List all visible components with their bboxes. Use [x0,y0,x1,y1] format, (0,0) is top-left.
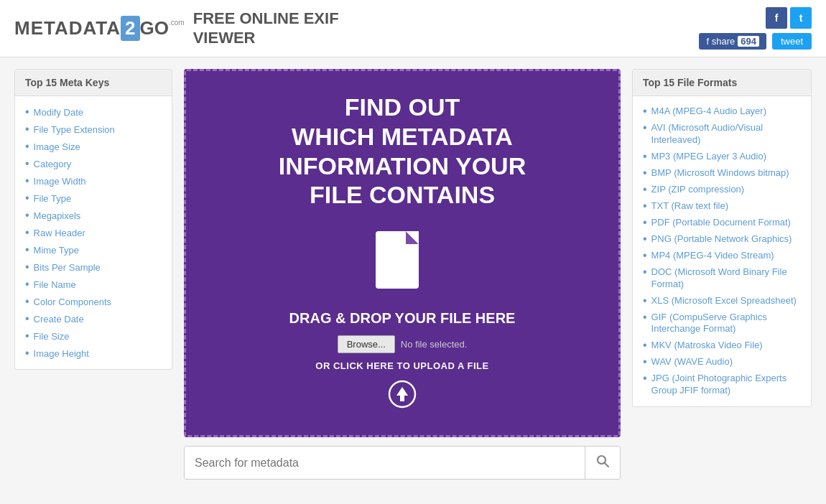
right-sidebar: Top 15 File Formats M4A (MPEG-4 Audio La… [632,69,812,480]
list-item: GIF (CompuServe Graphics Interchange For… [643,309,801,338]
format-link[interactable]: ZIP (ZIP compression) [651,184,745,196]
meta-key-link[interactable]: Mime Type [34,245,79,256]
list-item: Mime Type [25,241,162,258]
logo-area: METADATA 2 GO .com FREE ONLINE EXIF VIEW… [14,9,339,47]
facebook-share-count: 694 [738,36,759,47]
list-item: PDF (Portable Document Format) [643,215,801,231]
list-item: File Type Extension [25,121,162,138]
logo-2-box: 2 [121,16,139,41]
format-link[interactable]: M4A (MPEG-4 Audio Layer) [651,106,766,118]
meta-key-link[interactable]: File Type Extension [34,124,115,135]
drop-zone-title: FIND OUTWHICH METADATAINFORMATION YOURFI… [279,93,526,210]
file-icon [376,231,430,296]
list-item: Raw Header [25,224,162,241]
format-link[interactable]: MKV (Matroska Video File) [651,340,763,352]
list-item: XLS (Microsoft Excel Spreadsheet) [643,293,801,309]
browse-button[interactable]: Browse... [338,335,395,353]
facebook-share-button[interactable]: f share 694 [699,33,766,50]
logo-go-text: GO [140,17,169,39]
list-item: Image Size [25,138,162,155]
meta-key-link[interactable]: Modify Date [34,107,83,118]
list-item: Modify Date [25,103,162,121]
search-bar [184,446,621,480]
list-item: Color Components [25,293,162,310]
format-link[interactable]: WAV (WAVE Audio) [651,356,733,368]
format-link[interactable]: AVI (Microsoft Audio/Visual Interleaved) [651,122,801,146]
logo-dotcom-text: .com [169,19,185,27]
format-link[interactable]: PNG (Portable Network Graphics) [651,233,792,246]
meta-keys-title: Top 15 Meta Keys [15,70,172,96]
header-right: f t f share 694 tweet [699,7,812,50]
list-item: Create Date [25,310,162,327]
list-item: WAV (WAVE Audio) [643,354,801,370]
drag-drop-text: DRAG & DROP YOUR FILE HERE [289,310,516,327]
format-link[interactable]: GIF (CompuServe Graphics Interchange For… [651,312,801,336]
list-item: BMP (Microsoft Windows bitmap) [643,165,801,182]
meta-keys-box: Top 15 Meta Keys Modify DateFile Type Ex… [14,69,172,370]
format-link[interactable]: DOC (Microsoft Word Binary File Format) [651,266,801,291]
search-input[interactable] [185,448,585,478]
list-item: File Name [25,276,162,293]
social-icons: f t [766,7,812,29]
left-sidebar: Top 15 Meta Keys Modify DateFile Type Ex… [14,69,172,480]
meta-key-link[interactable]: Category [34,159,72,169]
format-link[interactable]: MP3 (MPEG Layer 3 Audio) [651,151,766,163]
meta-key-link[interactable]: Color Components [34,297,111,307]
list-item: MKV (Matroska Video File) [643,337,801,354]
meta-key-link[interactable]: Megapixels [34,210,81,221]
svg-marker-4 [396,387,408,401]
drop-zone[interactable]: FIND OUTWHICH METADATAINFORMATION YOURFI… [184,69,621,437]
list-item: Megapixels [25,207,162,224]
list-item: M4A (MPEG-4 Audio Layer) [643,103,801,120]
format-link[interactable]: JPG (Joint Photographic Experts Group JF… [651,373,801,397]
search-button[interactable] [585,447,620,479]
twitter-tweet-button[interactable]: tweet [772,33,812,50]
svg-line-6 [605,463,608,467]
upload-icon [388,380,417,414]
list-item: Bits Per Sample [25,258,162,276]
center-area: FIND OUTWHICH METADATAINFORMATION YOURFI… [184,69,621,480]
list-item: MP3 (MPEG Layer 3 Audio) [643,149,801,165]
meta-key-link[interactable]: File Name [34,279,76,290]
header: METADATA 2 GO .com FREE ONLINE EXIF VIEW… [0,0,826,57]
list-item: ZIP (ZIP compression) [643,182,801,198]
logo-meta-text: METADATA [14,17,121,39]
file-formats-list: M4A (MPEG-4 Audio Layer)AVI (Microsoft A… [633,96,811,406]
meta-key-link[interactable]: Image Width [34,176,86,187]
meta-key-link[interactable]: Image Size [34,141,80,152]
meta-key-link[interactable]: File Size [34,331,70,342]
format-link[interactable]: TXT (Raw text file) [651,200,728,213]
list-item: File Size [25,327,162,345]
list-item: File Type [25,190,162,207]
list-item: JPG (Joint Photographic Experts Group JF… [643,370,801,399]
facebook-share-label: f share [706,36,735,47]
meta-key-link[interactable]: Image Height [34,348,89,359]
format-link[interactable]: XLS (Microsoft Excel Spreadsheet) [651,295,797,307]
site-title: FREE ONLINE EXIF VIEWER [193,9,339,47]
meta-key-link[interactable]: Create Date [34,314,84,325]
meta-keys-list: Modify DateFile Type ExtensionImage Size… [15,96,172,369]
meta-key-link[interactable]: File Type [34,193,72,204]
logo[interactable]: METADATA 2 GO .com [14,16,185,41]
file-input-row: Browse... No file selected. [338,335,468,353]
list-item: Category [25,155,162,172]
twitter-icon[interactable]: t [790,7,812,29]
upload-link[interactable]: OR CLICK HERE TO UPLOAD A FILE [315,360,488,371]
file-formats-box: Top 15 File Formats M4A (MPEG-4 Audio La… [632,69,812,407]
format-link[interactable]: PDF (Portable Document Format) [651,217,791,229]
format-link[interactable]: MP4 (MPEG-4 Video Stream) [651,250,774,262]
list-item: TXT (Raw text file) [643,198,801,215]
file-formats-title: Top 15 File Formats [633,70,811,96]
main-container: Top 15 Meta Keys Modify DateFile Type Ex… [0,57,826,491]
list-item: PNG (Portable Network Graphics) [643,231,801,248]
list-item: Image Height [25,345,162,362]
meta-key-link[interactable]: Raw Header [34,228,85,238]
facebook-icon[interactable]: f [766,7,787,29]
list-item: Image Width [25,172,162,190]
list-item: DOC (Microsoft Word Binary File Format) [643,264,801,293]
no-file-text: No file selected. [401,339,468,350]
list-item: AVI (Microsoft Audio/Visual Interleaved) [643,120,801,149]
meta-key-link[interactable]: Bits Per Sample [34,262,101,273]
format-link[interactable]: BMP (Microsoft Windows bitmap) [651,167,789,179]
social-share-row: f share 694 tweet [699,33,812,50]
